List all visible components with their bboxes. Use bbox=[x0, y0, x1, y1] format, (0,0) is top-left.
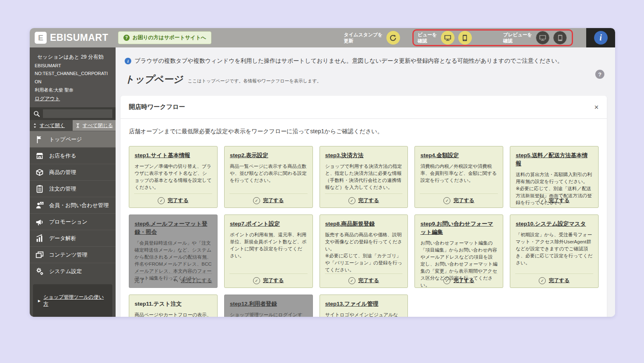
account-name: EBISUMART bbox=[35, 62, 111, 70]
member-icon bbox=[35, 201, 44, 210]
sidebar-item-label: 商品の管理 bbox=[49, 169, 76, 176]
sidebar-item-top-page[interactable]: トップページ bbox=[30, 131, 116, 147]
sidebar-item-label: 注文の管理 bbox=[49, 185, 76, 193]
step-footer: 完了する bbox=[420, 273, 498, 288]
header-info-block bbox=[586, 28, 615, 47]
complete-link[interactable]: 完了する bbox=[263, 277, 284, 284]
timestamp-label: タイムスタンプを更新 bbox=[344, 32, 383, 44]
check-circle-icon bbox=[253, 197, 260, 204]
sidebar-item-order-management[interactable]: 注文の管理 bbox=[30, 180, 116, 197]
page-help-button[interactable] bbox=[595, 70, 604, 79]
workflow-card-step1: step1.サイト基本情報 オープン／準備中の切り替え、ブラウザに表示するサイト… bbox=[129, 146, 218, 208]
preview-mobile-button[interactable] bbox=[553, 31, 567, 45]
chart-icon bbox=[35, 234, 44, 243]
sidebar-item-member-inquiry[interactable]: 会員・お問い合わせ管理 bbox=[30, 197, 116, 213]
view-mobile-button[interactable] bbox=[458, 31, 472, 45]
header-bar: E EBISUMART お困りの方はサポートサイトへ タイムスタンプを更新 ビュ… bbox=[30, 28, 615, 47]
step-title-link[interactable]: step13.ファイル管理 bbox=[325, 301, 379, 307]
done-status-label: 完了 bbox=[134, 277, 145, 285]
view-label: ビューを確認 bbox=[418, 32, 437, 44]
step-title-link[interactable]: step12.利用者登録 bbox=[230, 301, 277, 307]
step-title-link[interactable]: step5.送料／配送方法基本情報 bbox=[516, 152, 587, 167]
main-content: ブラウザの複数タブや複数ウィンドウを利用した操作はサポートしておりません。意図し… bbox=[116, 47, 615, 317]
check-circle-icon bbox=[348, 197, 355, 204]
sidebar-item-data-analysis[interactable]: データ解析 bbox=[30, 230, 116, 246]
workflow-card-grid: step1.サイト基本情報 オープン／準備中の切り替え、ブラウザに表示するサイト… bbox=[129, 146, 599, 317]
sidebar-item-label: システム設定 bbox=[49, 268, 82, 275]
gear-icon bbox=[35, 267, 44, 276]
sidebar-menu: トップページ お店を作る 商品の管理 注文の管理 会員・お問い合わせ管理 プロモ… bbox=[30, 131, 116, 279]
info-icon[interactable] bbox=[594, 31, 608, 45]
monitor-icon bbox=[539, 34, 547, 42]
step-footer: 完了する bbox=[325, 193, 403, 207]
menu-search-input[interactable] bbox=[43, 109, 112, 118]
complete-link[interactable]: 完了する bbox=[549, 197, 570, 204]
workflow-card-step7: step7.ポイント設定 ポイントの利用有無、還元率、利用単位、新規会員ポイント… bbox=[224, 214, 313, 288]
complete-link[interactable]: 完了する bbox=[358, 277, 379, 284]
account-user: 利用者名:大柴 聖奈 bbox=[35, 86, 111, 94]
logo-e-icon: E bbox=[35, 32, 47, 44]
workflow-panel-header: 開店時ワークフロー × bbox=[121, 96, 607, 119]
close-icon[interactable]: × bbox=[594, 104, 599, 111]
step-title-link[interactable]: step8.商品新規登録 bbox=[325, 221, 375, 227]
megaphone-icon bbox=[35, 217, 44, 226]
complete-link[interactable]: 完了する bbox=[263, 197, 284, 204]
step-title-link[interactable]: step6.メールフォーマット登録・照会 bbox=[135, 221, 207, 235]
check-circle-icon bbox=[443, 277, 450, 284]
workflow-card-step12: step12.利用者登録 ショップ管理ツールにログインする利用者を登録してくださ… bbox=[224, 295, 313, 317]
app-window: E EBISUMART お困りの方はサポートサイトへ タイムスタンプを更新 ビュ… bbox=[30, 28, 615, 317]
step-description: ポイントの利用有無、還元率、利用単位、新規会員ポイント数など、ポイントに関する設… bbox=[230, 231, 307, 259]
step-title-link[interactable]: step9.お問い合わせフォーマット編集 bbox=[420, 221, 493, 235]
undo-complete-action: 未完了にする bbox=[172, 277, 212, 284]
step-footer: 完了する bbox=[230, 193, 308, 207]
sidebar: セッションはあと 29 分有効 EBISUMART NO:TEST_CHANNE… bbox=[30, 47, 116, 317]
complete-link[interactable]: 完了する bbox=[549, 277, 570, 284]
sidebar-item-system-settings[interactable]: システム設定 bbox=[30, 263, 116, 279]
sidebar-doc-link[interactable]: ショップ管理ツールの使い方 bbox=[38, 294, 107, 308]
step-title-link[interactable]: step3.決済方法 bbox=[325, 152, 364, 158]
view-desktop-button[interactable] bbox=[441, 31, 455, 45]
step-description: サイトロゴやメインビジュアルなどの画像や、TOPページ・特定商取引法に bbox=[325, 311, 402, 317]
complete-link[interactable]: 完了する bbox=[168, 197, 189, 204]
sidebar-item-promotion[interactable]: プロモーション bbox=[30, 213, 116, 230]
complete-link[interactable]: 完了する bbox=[453, 197, 474, 204]
expand-all-button[interactable]: すべて開く bbox=[30, 120, 73, 131]
sidebar-item-content-management[interactable]: コンテンツ管理 bbox=[30, 246, 116, 263]
workflow-card-step8: step8.商品新規登録 販売する商品の商品名や価格、説明文や画像などの登録を行… bbox=[320, 214, 408, 288]
workflow-card-step2: step2.表示設定 商品一覧ページに表示する商品点数や、並び順などの表示に関わ… bbox=[224, 146, 313, 208]
sidebar-item-product-management[interactable]: 商品の管理 bbox=[30, 164, 116, 180]
undo-complete-link[interactable]: 未完了にする bbox=[181, 277, 212, 284]
refresh-timestamp-button[interactable] bbox=[386, 31, 400, 45]
sidebar-item-label: 会員・お問い合わせ管理 bbox=[49, 202, 109, 209]
triangle-bullet-icon bbox=[38, 299, 40, 303]
complete-link[interactable]: 完了する bbox=[453, 277, 474, 284]
step-title-link[interactable]: step10.システム設定マスタ bbox=[516, 221, 586, 227]
preview-desktop-button[interactable] bbox=[536, 31, 549, 45]
step-description: 消費税の内税／外税設定や消費税率、会員割引率など、金額に関する設定を行ってくださ… bbox=[420, 163, 497, 184]
step-footer: 完了する bbox=[420, 193, 498, 207]
workflow-intro: 店舗オープンまでに最低限必要な設定や表示をワークフローに沿ってstep1からご確… bbox=[129, 128, 599, 135]
sidebar-item-label: データ解析 bbox=[49, 235, 76, 242]
sidebar-item-create-shop[interactable]: お店を作る bbox=[30, 147, 116, 164]
box-icon bbox=[35, 168, 44, 177]
collapse-all-button[interactable]: すべて閉じる bbox=[73, 120, 116, 131]
complete-link[interactable]: 完了する bbox=[358, 197, 379, 204]
phone-icon bbox=[461, 34, 469, 42]
logout-link[interactable]: ログアウト bbox=[35, 96, 60, 101]
check-circle-icon bbox=[158, 197, 165, 204]
sidebar-link-box: ショップ管理ツールの使い方 テンプレート作成手引き 最新版テンプレート bbox=[33, 284, 112, 317]
step-title-link[interactable]: step11.テスト注文 bbox=[135, 301, 182, 307]
support-site-button[interactable]: お困りの方はサポートサイトへ bbox=[118, 31, 211, 44]
flag-icon bbox=[35, 135, 44, 144]
page-subtitle: ここはトップページです。各情報やワークフローを表示します。 bbox=[188, 78, 322, 84]
step-title-link[interactable]: step7.ポイント設定 bbox=[230, 221, 280, 227]
sidebar-search bbox=[30, 107, 116, 120]
step-footer: 完了する bbox=[325, 273, 403, 288]
check-circle-icon bbox=[253, 277, 260, 284]
step-title-link[interactable]: step2.表示設定 bbox=[230, 152, 268, 158]
sidebar-doc-link[interactable]: テンプレート作成手引き bbox=[38, 316, 107, 317]
step-title-link[interactable]: step1.サイト基本情報 bbox=[135, 152, 190, 158]
step-description: 商品ページやカートフローの表示、各種決済方法で問題なく注文が出来る bbox=[135, 311, 212, 317]
sidebar-item-label: お店を作る bbox=[49, 152, 76, 160]
step-title-link[interactable]: step4.金額設定 bbox=[420, 152, 459, 158]
